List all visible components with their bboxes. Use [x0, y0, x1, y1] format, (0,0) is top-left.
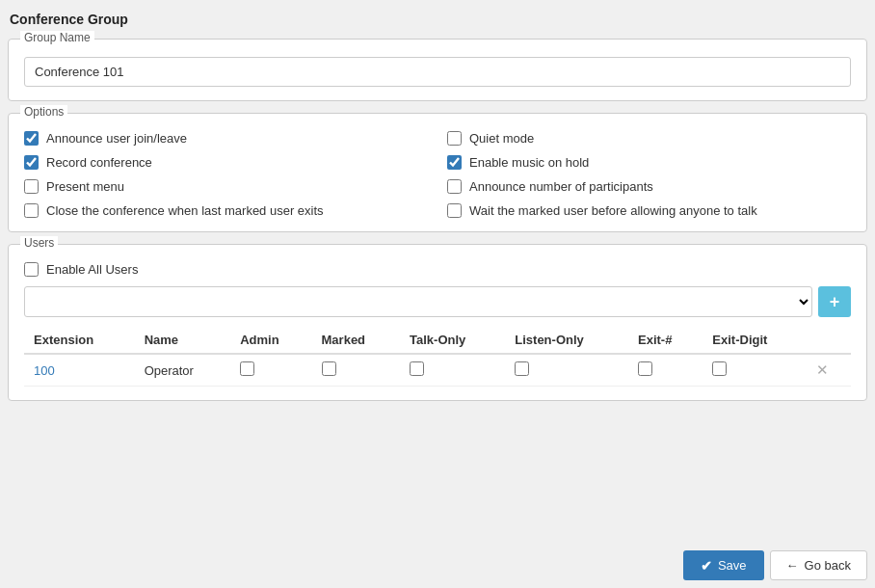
checkbox-record-conference[interactable]: [24, 155, 39, 170]
cell-exit-digit: [703, 354, 807, 387]
goback-arrow-icon: ←: [786, 558, 799, 573]
cell-marked: [312, 354, 400, 387]
option-label-announce-join[interactable]: Announce user join/leave: [46, 131, 187, 146]
option-music-on-hold: Enable music on hold: [447, 155, 851, 170]
page-title: Conference Group: [8, 8, 867, 31]
option-wait-marked-user: Wait the marked user before allowing any…: [447, 203, 851, 218]
row-admin-checkbox[interactable]: [240, 361, 254, 376]
enable-all-users-label[interactable]: Enable All Users: [46, 262, 138, 277]
add-user-button[interactable]: +: [818, 286, 851, 317]
col-marked: Marked: [312, 327, 400, 354]
cell-admin: [230, 354, 311, 387]
options-content: Announce user join/leave Quiet mode Reco…: [24, 131, 851, 218]
row-listenonly-checkbox[interactable]: [515, 361, 529, 376]
option-label-present-menu[interactable]: Present menu: [46, 179, 124, 194]
option-record-conference: Record conference: [24, 155, 428, 170]
user-dropdown[interactable]: [24, 286, 812, 317]
cell-listen-only: [505, 354, 628, 387]
row-exitnum-checkbox[interactable]: [638, 361, 652, 376]
cell-delete: ✕: [807, 354, 851, 387]
save-label: Save: [718, 558, 747, 573]
save-checkmark-icon: ✔: [701, 558, 712, 574]
options-grid: Announce user join/leave Quiet mode Reco…: [24, 131, 851, 218]
col-name: Name: [135, 327, 231, 354]
checkbox-wait-marked-user[interactable]: [447, 203, 462, 218]
option-label-wait-marked-user[interactable]: Wait the marked user before allowing any…: [469, 203, 757, 218]
group-name-content: [24, 57, 851, 87]
users-table: Extension Name Admin Marked Talk-Only Li…: [24, 327, 851, 387]
users-section: Users Enable All Users + Extension Name …: [8, 244, 867, 401]
options-section: Options Announce user join/leave Quiet m…: [8, 113, 867, 232]
checkbox-announce-join[interactable]: [24, 131, 39, 146]
option-announce-join: Announce user join/leave: [24, 131, 428, 146]
options-legend: Options: [20, 105, 67, 119]
goback-button[interactable]: ← Go back: [770, 550, 867, 580]
option-close-conference: Close the conference when last marked us…: [24, 203, 428, 218]
users-legend: Users: [20, 236, 58, 250]
option-label-announce-participants[interactable]: Announce number of participants: [469, 179, 653, 194]
col-admin: Admin: [230, 327, 311, 354]
row-talkonly-checkbox[interactable]: [410, 361, 424, 376]
cell-extension: 100: [24, 354, 135, 387]
checkbox-present-menu[interactable]: [24, 179, 39, 194]
row-marked-checkbox[interactable]: [322, 361, 336, 376]
delete-row-button[interactable]: ✕: [816, 361, 829, 379]
option-quiet-mode: Quiet mode: [447, 131, 851, 146]
goback-label: Go back: [805, 558, 851, 573]
col-exit-digit: Exit-Digit: [703, 327, 807, 354]
option-label-record-conference[interactable]: Record conference: [46, 155, 152, 170]
group-name-legend: Group Name: [20, 31, 94, 44]
table-row: 100 Operator ✕: [24, 354, 851, 387]
checkbox-quiet-mode[interactable]: [447, 131, 462, 146]
user-select-row: +: [24, 286, 851, 317]
option-label-music-on-hold[interactable]: Enable music on hold: [469, 155, 589, 170]
col-extension: Extension: [24, 327, 135, 354]
col-talk-only: Talk-Only: [400, 327, 505, 354]
enable-all-users-checkbox[interactable]: [24, 262, 39, 277]
row-exitdigit-checkbox[interactable]: [712, 361, 727, 376]
option-announce-participants: Announce number of participants: [447, 179, 851, 194]
option-label-quiet-mode[interactable]: Quiet mode: [469, 131, 534, 146]
cell-exit-num: [628, 354, 703, 387]
footer: ✔ Save ← Go back: [8, 547, 867, 580]
table-header-row: Extension Name Admin Marked Talk-Only Li…: [24, 327, 851, 354]
save-button[interactable]: ✔ Save: [683, 550, 764, 580]
checkbox-close-conference[interactable]: [24, 203, 39, 218]
enable-all-users-row: Enable All Users: [24, 262, 851, 277]
col-exit-num: Exit-#: [628, 327, 703, 354]
group-name-section: Group Name: [8, 39, 867, 101]
checkbox-music-on-hold[interactable]: [447, 155, 462, 170]
col-listen-only: Listen-Only: [505, 327, 628, 354]
option-present-menu: Present menu: [24, 179, 428, 194]
checkbox-announce-participants[interactable]: [447, 179, 462, 194]
group-name-input[interactable]: [24, 57, 851, 87]
cell-name: Operator: [135, 354, 231, 387]
page-container: Conference Group Group Name Options Anno…: [0, 0, 875, 588]
col-actions: [807, 327, 851, 354]
users-content: Enable All Users + Extension Name Admin …: [24, 262, 851, 387]
cell-talk-only: [400, 354, 505, 387]
option-label-close-conference[interactable]: Close the conference when last marked us…: [46, 203, 324, 218]
